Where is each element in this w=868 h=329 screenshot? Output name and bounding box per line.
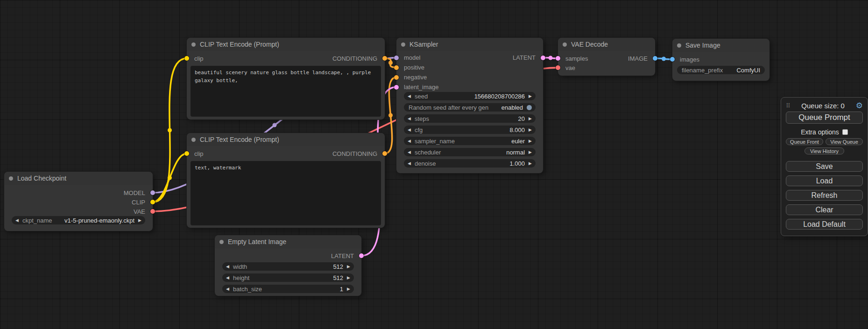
node-clip-text-encode-positive[interactable]: CLIP Text Encode (Prompt) clip CONDITION… (187, 38, 385, 119)
arrow-right-icon[interactable]: ▶ (529, 94, 532, 98)
port-model-output[interactable] (150, 190, 155, 195)
collapse-dot-icon[interactable] (191, 138, 196, 142)
load-default-button[interactable]: Load Default (786, 219, 863, 230)
arrow-left-icon[interactable]: ◀ (226, 287, 229, 291)
port-vae-output[interactable] (150, 209, 155, 214)
collapse-dot-icon[interactable] (191, 42, 196, 47)
arrow-right-icon[interactable]: ▶ (529, 150, 532, 154)
port-samples-input[interactable] (556, 56, 560, 61)
collapse-dot-icon[interactable] (677, 43, 681, 48)
widget-value: 1 (340, 286, 343, 293)
view-queue-button[interactable]: View Queue (826, 138, 863, 145)
collapse-dot-icon[interactable] (563, 42, 567, 47)
port-clip-input[interactable] (184, 56, 189, 61)
node-title-bar[interactable]: VAE Decode (558, 38, 655, 51)
widget-label: sampler_name (415, 138, 455, 145)
arrow-left-icon[interactable]: ◀ (15, 218, 19, 223)
port-negative-input[interactable] (394, 75, 399, 80)
link-midpoint-dot (662, 57, 666, 61)
port-clip-input[interactable] (184, 151, 189, 156)
node-ksampler[interactable]: KSampler model LATENT positive negative … (396, 38, 543, 173)
node-title-bar[interactable]: Empty Latent Image (215, 235, 361, 248)
widget-filename-prefix[interactable]: filename_prefix ComfyUI (677, 66, 765, 74)
arrow-left-icon[interactable]: ◀ (408, 139, 411, 143)
load-button[interactable]: Load (786, 175, 863, 186)
positive-prompt-textarea[interactable]: beautiful scenery nature glass bottle la… (191, 66, 381, 117)
port-model-input[interactable] (394, 56, 399, 60)
widget-width[interactable]: ◀ width 512 ▶ (222, 262, 354, 271)
settings-gear-icon[interactable]: ⚙ (856, 102, 863, 110)
refresh-button[interactable]: Refresh (786, 190, 863, 201)
port-clip-output[interactable] (150, 200, 155, 204)
queue-front-button[interactable]: Queue Front (786, 138, 823, 145)
toggle-on-icon[interactable] (527, 105, 532, 110)
node-title-bar[interactable]: CLIP Text Encode (Prompt) (187, 38, 385, 51)
queue-prompt-button[interactable]: Queue Prompt (786, 112, 863, 124)
node-clip-text-encode-negative[interactable]: CLIP Text Encode (Prompt) clip CONDITION… (187, 133, 385, 228)
collapse-dot-icon[interactable] (219, 240, 224, 244)
input-label-clip: clip (194, 55, 204, 62)
widget-label: ckpt_name (22, 217, 52, 224)
input-label-latent-image: latent_image (404, 84, 438, 91)
widget-steps[interactable]: ◀ steps 20 ▶ (404, 114, 536, 123)
arrow-right-icon[interactable]: ▶ (529, 128, 532, 132)
port-latent-image-input[interactable] (394, 85, 399, 90)
node-title-bar[interactable]: KSampler (396, 38, 543, 51)
arrow-right-icon[interactable]: ▶ (347, 265, 350, 269)
node-save-image[interactable]: Save Image images filename_prefix ComfyU… (672, 39, 769, 81)
arrow-left-icon[interactable]: ◀ (408, 128, 411, 132)
port-latent-output[interactable] (541, 56, 545, 60)
arrow-left-icon[interactable]: ◀ (408, 161, 411, 166)
graph-canvas[interactable]: Load Checkpoint MODEL CLIP VAE ◀ ckpt_na… (0, 0, 868, 329)
port-conditioning-output[interactable] (382, 151, 387, 156)
arrow-left-icon[interactable]: ◀ (408, 94, 411, 98)
arrow-right-icon[interactable]: ▶ (529, 117, 532, 121)
widget-batch-size[interactable]: ◀ batch_size 1 ▶ (222, 285, 354, 293)
link-midpoint-dot (388, 113, 393, 118)
link-midpoint-dot (168, 176, 172, 180)
node-title-bar[interactable]: Load Checkpoint (4, 172, 153, 185)
arrow-left-icon[interactable]: ◀ (226, 265, 229, 269)
arrow-left-icon[interactable]: ◀ (408, 117, 411, 121)
widget-scheduler[interactable]: ◀ scheduler normal ▶ (404, 148, 536, 156)
clear-button[interactable]: Clear (786, 204, 863, 215)
node-empty-latent-image[interactable]: Empty Latent Image LATENT ◀ width 512 ▶ … (215, 235, 361, 296)
port-vae-input[interactable] (556, 65, 560, 70)
widget-sampler-name[interactable]: ◀ sampler_name euler ▶ (404, 137, 536, 145)
port-images-input[interactable] (670, 57, 675, 62)
widget-ckpt-name[interactable]: ◀ ckpt_name v1-5-pruned-emaonly.ckpt ▶ (12, 216, 145, 224)
widget-label: scheduler (415, 149, 441, 156)
widget-denoise[interactable]: ◀ denoise 1.000 ▶ (404, 159, 536, 168)
node-load-checkpoint[interactable]: Load Checkpoint MODEL CLIP VAE ◀ ckpt_na… (4, 172, 153, 231)
drag-handle-icon[interactable]: ⠿ (786, 102, 790, 109)
extra-options-checkbox[interactable] (842, 129, 848, 135)
arrow-right-icon[interactable]: ▶ (347, 276, 350, 280)
port-conditioning-output[interactable] (382, 56, 387, 61)
widget-random-seed-toggle[interactable]: Random seed after every gen enabled (404, 103, 536, 112)
arrow-right-icon[interactable]: ▶ (529, 139, 532, 143)
port-latent-output[interactable] (359, 253, 364, 258)
widget-seed[interactable]: ◀ seed 156680208700286 ▶ (404, 92, 536, 100)
save-button[interactable]: Save (786, 161, 863, 172)
negative-prompt-textarea[interactable]: text, watermark (191, 161, 381, 225)
node-vae-decode[interactable]: VAE Decode samples IMAGE vae (558, 38, 655, 76)
port-image-output[interactable] (653, 56, 657, 61)
arrow-right-icon[interactable]: ▶ (529, 161, 532, 166)
arrow-left-icon[interactable]: ◀ (408, 150, 411, 154)
widget-label: cfg (415, 126, 423, 133)
collapse-dot-icon[interactable] (9, 176, 13, 181)
arrow-right-icon[interactable]: ▶ (347, 287, 350, 291)
node-title-bar[interactable]: Save Image (672, 39, 769, 52)
node-title-bar[interactable]: CLIP Text Encode (Prompt) (187, 133, 385, 146)
port-positive-input[interactable] (394, 65, 399, 70)
widget-cfg[interactable]: ◀ cfg 8.000 ▶ (404, 126, 536, 134)
output-label-latent: LATENT (331, 252, 354, 259)
arrow-left-icon[interactable]: ◀ (226, 276, 229, 280)
collapse-dot-icon[interactable] (401, 42, 405, 47)
widget-height[interactable]: ◀ height 512 ▶ (222, 273, 354, 282)
arrow-right-icon[interactable]: ▶ (138, 218, 141, 223)
output-label-vae: VAE (134, 208, 145, 215)
view-history-button[interactable]: View History (804, 147, 845, 154)
node-title: KSampler (409, 41, 438, 48)
output-label-latent: LATENT (513, 54, 536, 61)
